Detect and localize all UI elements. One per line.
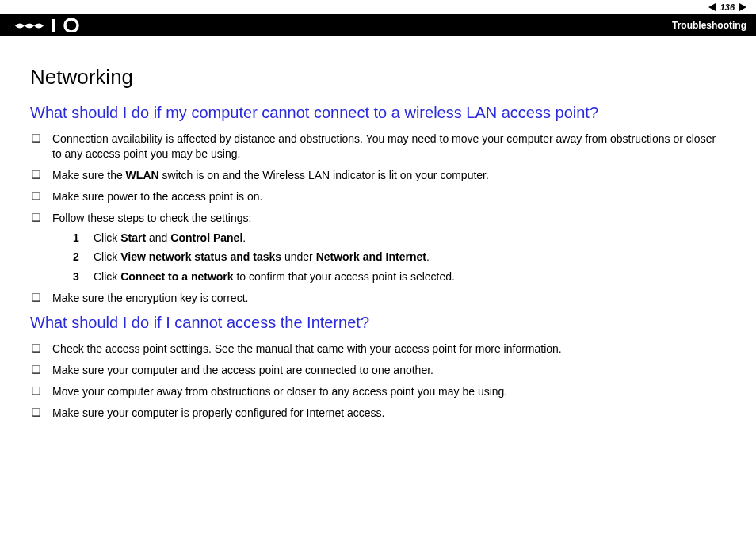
- list-item: Make sure the WLAN switch is on and the …: [32, 168, 726, 183]
- text: Connection availability is affected by d…: [52, 132, 716, 160]
- question-2-list: Check the access point settings. See the…: [32, 341, 726, 421]
- svg-rect-0: [52, 19, 55, 32]
- question-2-heading: What should I do if I cannot access the …: [30, 312, 726, 334]
- text: Click: [94, 270, 120, 283]
- nav-prev-icon[interactable]: [708, 3, 716, 11]
- text: to confirm that your access point is sel…: [234, 270, 455, 283]
- bold-text: Start: [120, 231, 146, 244]
- question-1-list: Connection availability is affected by d…: [32, 132, 726, 306]
- list-item: Make sure the encryption key is correct.: [32, 291, 726, 306]
- step-item: 3 Click Connect to a network to confirm …: [73, 269, 726, 284]
- nav-next-icon[interactable]: [739, 3, 746, 11]
- list-item: Make sure power to the access point is o…: [32, 189, 726, 204]
- bold-text: Connect to a network: [120, 270, 233, 283]
- page-nav: 136: [0, 0, 756, 14]
- list-item: Make sure your computer and the access p…: [32, 363, 726, 378]
- header-bar: Troubleshooting: [0, 14, 756, 36]
- text: under: [281, 250, 316, 263]
- text: Follow these steps to check the settings…: [52, 212, 251, 224]
- page-number: 136: [720, 2, 735, 12]
- text: Click: [94, 231, 120, 244]
- list-item: Follow these steps to check the settings…: [32, 211, 726, 285]
- list-item: Make sure your computer is properly conf…: [32, 406, 726, 421]
- step-item: 1 Click Start and Control Panel.: [73, 231, 726, 246]
- text: Move your computer away from obstruction…: [52, 385, 507, 398]
- svg-point-1: [65, 19, 78, 32]
- vaio-logo-icon: [14, 18, 82, 32]
- text: .: [426, 250, 430, 263]
- text: Make sure power to the access point is o…: [52, 190, 262, 203]
- step-item: 2 Click View network status and tasks un…: [73, 250, 726, 265]
- bold-text: View network status and tasks: [120, 250, 281, 263]
- text: Make sure the: [52, 169, 126, 181]
- text: and: [146, 231, 170, 244]
- step-number: 2: [73, 250, 79, 265]
- text: Click: [94, 250, 120, 263]
- step-number: 3: [73, 269, 79, 284]
- bold-text: Network and Internet: [316, 250, 426, 263]
- question-1-heading: What should I do if my computer cannot c…: [30, 102, 726, 124]
- text: .: [242, 231, 246, 244]
- bold-text: Control Panel: [170, 231, 242, 244]
- text: Check the access point settings. See the…: [52, 342, 562, 355]
- steps-list: 1 Click Start and Control Panel. 2 Click…: [73, 231, 726, 285]
- text: switch is on and the Wireless LAN indica…: [159, 169, 489, 181]
- bold-text: WLAN: [126, 169, 159, 181]
- content-area: Networking What should I do if my comput…: [30, 63, 726, 427]
- list-item: Check the access point settings. See the…: [32, 341, 726, 357]
- step-number: 1: [73, 231, 79, 246]
- page-title: Networking: [30, 63, 726, 91]
- text: Make sure your computer is properly conf…: [52, 406, 384, 419]
- text: Make sure your computer and the access p…: [52, 364, 433, 376]
- section-label: Troubleshooting: [672, 20, 746, 31]
- list-item: Move your computer away from obstruction…: [32, 384, 726, 399]
- text: Make sure the encryption key is correct.: [52, 292, 248, 304]
- list-item: Connection availability is affected by d…: [32, 132, 726, 162]
